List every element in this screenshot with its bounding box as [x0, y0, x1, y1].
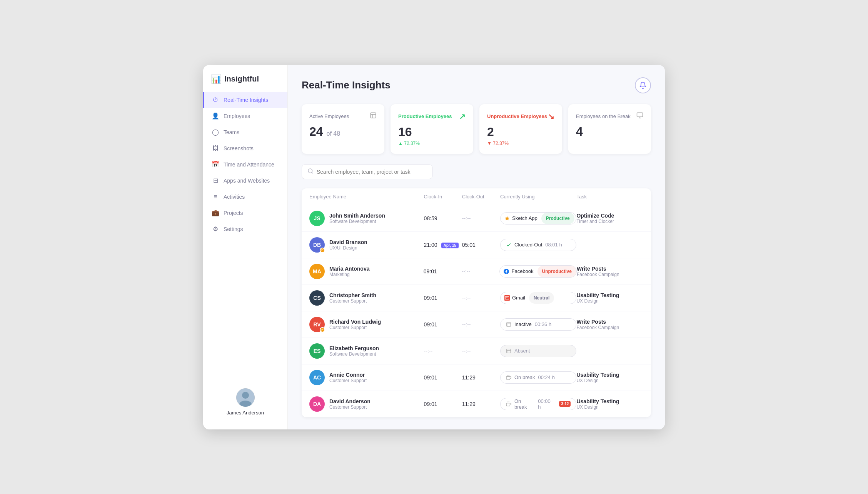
employee-cell: CS Christopher Smith Customer Support: [309, 290, 424, 306]
table-row[interactable]: JS John Smith Anderson Software Developm…: [302, 205, 651, 232]
employee-cell: JS John Smith Anderson Software Developm…: [309, 211, 424, 226]
sidebar-item-label: Teams: [224, 129, 239, 135]
svg-marker-7: [505, 216, 509, 220]
task-title: Write Posts: [577, 266, 643, 272]
absent-badge: Absent: [500, 345, 576, 357]
main-content: Real-Time Insights Active Employees 24: [288, 65, 665, 429]
stat-label-unproductive: Unproductive Employees ↘: [487, 112, 554, 121]
employee-info: David Branson UX/UI Design: [329, 239, 367, 251]
avatar: CS: [309, 290, 325, 306]
task-cell: Usability Testing UX Design: [576, 372, 643, 383]
employee-name: David Anderson: [329, 398, 371, 404]
stat-card-productive: Productive Employees ↗ 16 ▲ 72.37%: [391, 104, 473, 154]
table-row[interactable]: ES Elizabeth Ferguson Software Developme…: [302, 338, 651, 364]
stat-value-active: 24 of 48: [309, 125, 377, 139]
sidebar-item-apps-websites[interactable]: ⊟ Apps and Websites: [203, 173, 287, 189]
employee-dept: Software Development: [329, 351, 379, 357]
svg-rect-13: [507, 349, 511, 353]
employee-dept: Software Development: [329, 219, 385, 224]
table-header: Employee Name Clock-In Clock-Out Current…: [302, 188, 651, 205]
logo-icon: 📊: [211, 74, 221, 84]
clock-out: 11:29: [462, 401, 500, 407]
sidebar-item-screenshots[interactable]: 🖼 Screenshots: [203, 140, 287, 156]
col-task: Task: [576, 194, 643, 200]
clocked-out-badge: Clocked-Out 08:01 h: [500, 239, 576, 251]
sidebar-item-label: Time and Attendance: [224, 161, 274, 168]
employee-name: Maria Antonova: [329, 266, 370, 272]
projects-icon: 💼: [212, 210, 219, 216]
unproductive-trend-icon: ↘: [548, 112, 554, 121]
employee-info: Maria Antonova Marketing: [329, 266, 370, 277]
sidebar-item-projects[interactable]: 💼 Projects: [203, 205, 287, 221]
task-sub: UX Design: [576, 378, 643, 383]
real-time-insights-icon: ⏱: [212, 96, 219, 103]
app-name: Sketch App: [501, 215, 541, 221]
table-row[interactable]: RV P Richard Von Ludwig Customer Support…: [302, 311, 651, 338]
svg-rect-3: [371, 113, 376, 118]
clock-in: 09:01: [424, 268, 462, 274]
app-badge: Gmail Neutral: [500, 292, 576, 304]
logo-area: 📊 Insightful: [203, 65, 287, 92]
sidebar: 📊 Insightful ⏱ Real-Time Insights 👤 Empl…: [203, 65, 288, 429]
table-row[interactable]: CS Christopher Smith Customer Support 09…: [302, 285, 651, 311]
clock-out: 05:01: [462, 242, 500, 248]
sidebar-item-time-attendance[interactable]: 📅 Time and Attendance: [203, 156, 287, 173]
stat-card-break: Employees on the Break 4: [568, 104, 651, 154]
clock-out: --:--: [462, 348, 500, 354]
employee-name: Elizabeth Ferguson: [329, 345, 379, 351]
employee-cell: DB P David Branson UX/UI Design: [309, 237, 424, 253]
screenshots-icon: 🖼: [212, 145, 219, 152]
app-status: Productive: [541, 213, 574, 224]
clock-in: --:--: [424, 348, 462, 354]
clock-in: 21:00 Apr, 15: [424, 242, 462, 248]
app-status: Neutral: [529, 292, 554, 304]
task-title: Optimize Code: [576, 213, 643, 219]
clock-out: --:--: [462, 321, 500, 328]
employee-dept: Customer Support: [329, 404, 371, 410]
employee-name: Annie Connor: [329, 372, 367, 378]
stat-card-active: Active Employees 24 of 48: [302, 104, 384, 154]
app-status-cell: Gmail Neutral: [500, 292, 576, 304]
clock-in: 08:59: [424, 215, 462, 221]
clock-in: 09:01: [424, 374, 462, 381]
col-employee-name: Employee Name: [309, 194, 424, 200]
sidebar-item-label: Apps and Websites: [224, 178, 270, 184]
table-row[interactable]: DB P David Branson UX/UI Design 21:00 Ap…: [302, 232, 651, 258]
stat-value-unproductive: 2: [487, 125, 554, 139]
active-icon: [370, 112, 377, 121]
search-icon: [307, 168, 314, 176]
stats-row: Active Employees 24 of 48 Productive Emp…: [302, 104, 651, 154]
teams-icon: ◯: [212, 129, 219, 136]
search-bar[interactable]: [302, 165, 432, 179]
sidebar-item-activities[interactable]: ≡ Activities: [203, 189, 287, 205]
table-row[interactable]: AC Annie Connor Customer Support 09:01 1…: [302, 364, 651, 391]
employee-name: David Branson: [329, 239, 367, 245]
sidebar-item-settings[interactable]: ⚙ Settings: [203, 221, 287, 237]
user-name: James Anderson: [227, 410, 264, 416]
task-sub: UX Design: [576, 298, 643, 304]
search-input[interactable]: [317, 169, 427, 175]
stat-label-active: Active Employees: [309, 112, 377, 121]
clock-in: 09:01: [424, 401, 462, 407]
employee-cell: AC Annie Connor Customer Support: [309, 370, 424, 385]
stat-label-break: Employees on the Break: [576, 112, 643, 121]
sidebar-item-label: Screenshots: [224, 145, 254, 151]
productive-trend-icon: ↗: [459, 112, 466, 121]
apr-badge: Apr, 15: [441, 243, 459, 248]
task-cell: Usability Testing UX Design: [576, 292, 643, 304]
table-row[interactable]: MA Maria Antonova Marketing 09:01 --:-- …: [302, 258, 651, 285]
sidebar-item-teams[interactable]: ◯ Teams: [203, 124, 287, 140]
app-name: Gmail: [501, 295, 529, 301]
app-status-cell: Inactive 00:36 h: [500, 318, 576, 331]
premium-badge: P: [320, 248, 325, 253]
table-row[interactable]: DA David Anderson Customer Support 09:01…: [302, 391, 651, 417]
notification-bell-button[interactable]: [635, 77, 651, 93]
clock-out: 11:29: [462, 374, 500, 381]
avatar: DB P: [309, 237, 325, 253]
onbreak-badge: On break 00:24 h: [500, 371, 576, 384]
sidebar-item-real-time-insights[interactable]: ⏱ Real-Time Insights: [203, 92, 287, 108]
sidebar-item-employees[interactable]: 👤 Employees: [203, 108, 287, 124]
avatar: RV P: [309, 317, 325, 332]
onbreak-badge: On break 00:00 h 3:12: [500, 398, 576, 410]
task-cell: Write Posts Facebook Campaign: [576, 319, 643, 330]
